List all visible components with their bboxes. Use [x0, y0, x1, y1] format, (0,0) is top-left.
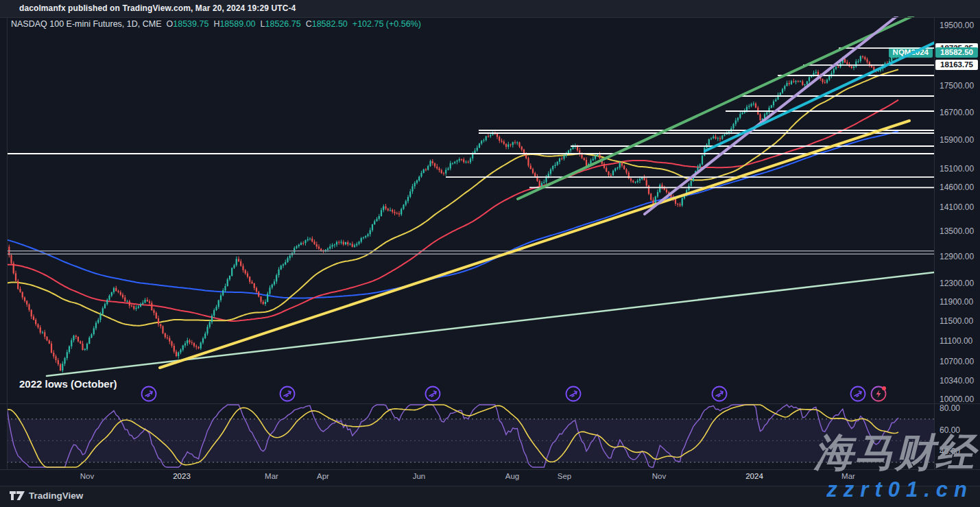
down-candle-wicks [7, 56, 887, 371]
trendline-yellow-uptrend[interactable] [160, 121, 909, 368]
event-marker-icon[interactable] [851, 387, 865, 401]
symbol-legend: NASDAQ 100 E-mini Futures, 1D, CMEO18539… [11, 19, 421, 29]
open-value: 18539.75 [173, 19, 208, 29]
alert-lightning-icon[interactable] [872, 386, 887, 401]
sma-200-line [7, 131, 898, 298]
chart-note-2022-lows[interactable]: 2022 lows (October) [19, 378, 117, 390]
chart-snapshot: dacolmanfx published on TradingView.com,… [0, 0, 980, 507]
symbol-title[interactable]: NASDAQ 100 E-mini Futures, 1D, CME [11, 19, 162, 29]
up-candle-bodies [42, 52, 899, 370]
trendline-green-channel[interactable] [518, 14, 918, 199]
trendline-purple-uptrend[interactable] [645, 2, 915, 214]
tradingview-brand-text: TradingView [29, 491, 83, 501]
low-label: L [261, 19, 265, 29]
low-value: 18526.75 [265, 19, 301, 29]
event-marker-icon[interactable] [713, 387, 727, 401]
event-marker-icon[interactable] [426, 387, 440, 401]
change-value: +102.75 (+0.56%) [352, 19, 421, 29]
open-label: O [167, 19, 174, 29]
rsi-pane[interactable] [7, 405, 934, 467]
watermark-cjk: 海马财经 [814, 427, 976, 480]
high-value: 18589.00 [219, 19, 255, 29]
event-marker-icon[interactable] [566, 387, 581, 401]
close-label: C [306, 19, 312, 29]
rsi-band [7, 419, 934, 462]
watermark-url: zzrt01.cn [826, 477, 973, 502]
tradingview-logo-icon [10, 491, 25, 501]
event-marker-icon[interactable] [142, 387, 156, 401]
close-value: 18582.50 [312, 19, 348, 29]
up-candle-wicks [43, 51, 898, 373]
sma-50-line [7, 69, 898, 325]
tradingview-brand[interactable]: TradingView [10, 491, 83, 501]
event-marker-icon[interactable] [280, 387, 295, 401]
main-pane[interactable] [6, 2, 935, 376]
